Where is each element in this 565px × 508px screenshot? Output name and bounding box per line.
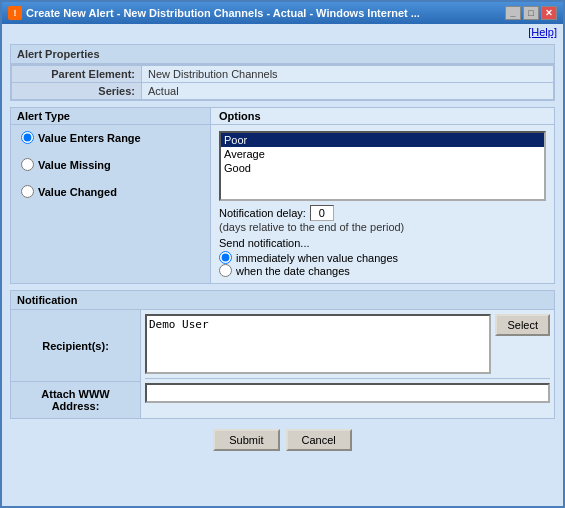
value-changed-radio[interactable] — [21, 185, 34, 198]
alert-type-section: Alert Type Options Value Enters Range — [10, 107, 555, 284]
options-header: Options — [211, 108, 554, 125]
title-bar-left: ! Create New Alert - New Distribution Ch… — [8, 6, 420, 20]
recipients-row: Demo User Select — [145, 314, 550, 379]
notification-body: Recipient(s): Attach WWW Address: Demo U… — [11, 310, 554, 418]
alert-type-left: Value Enters Range Value Missing Value C… — [11, 125, 211, 283]
value-changed-row: Value Changed — [21, 185, 200, 198]
properties-table: Parent Element: New Distribution Channel… — [11, 65, 554, 100]
series-value: Actual — [142, 83, 554, 100]
send-notification-label: Send notification... — [219, 237, 546, 249]
option-average[interactable]: Average — [221, 147, 544, 161]
value-changed-label: Value Changed — [38, 186, 117, 198]
options-listbox[interactable]: Poor Average Good — [219, 131, 546, 201]
alert-type-title-row: Alert Type Options — [11, 108, 554, 125]
notification-outer: Notification Recipient(s): Attach WWW Ad… — [10, 290, 555, 419]
when-date-option: when the date changes — [219, 264, 546, 277]
value-missing-label: Value Missing — [38, 159, 111, 171]
send-notification-section: Send notification... immediately when va… — [219, 237, 546, 277]
parent-element-row: Parent Element: New Distribution Channel… — [12, 66, 554, 83]
series-row: Series: Actual — [12, 83, 554, 100]
value-missing-row: Value Missing — [21, 158, 200, 171]
alert-properties-body: Parent Element: New Distribution Channel… — [10, 64, 555, 101]
value-enters-range-radio[interactable] — [21, 131, 34, 144]
minimize-button[interactable]: _ — [505, 6, 521, 20]
when-date-label: when the date changes — [236, 265, 350, 277]
series-label: Series: — [12, 83, 142, 100]
attach-www-label: Attach WWW Address: — [11, 382, 140, 418]
notification-right: Demo User Select — [141, 310, 554, 418]
www-address-input[interactable] — [145, 383, 550, 403]
cancel-button[interactable]: Cancel — [286, 429, 352, 451]
alert-properties-header: Alert Properties — [10, 44, 555, 64]
submit-button[interactable]: Submit — [213, 429, 279, 451]
main-window: ! Create New Alert - New Distribution Ch… — [0, 0, 565, 508]
window-title: Create New Alert - New Distribution Chan… — [26, 7, 420, 19]
alert-type-body: Value Enters Range Value Missing Value C… — [11, 125, 554, 283]
window-icon: ! — [8, 6, 22, 20]
parent-element-label: Parent Element: — [12, 66, 142, 83]
notification-section: Notification Recipient(s): Attach WWW Ad… — [10, 290, 555, 419]
title-bar: ! Create New Alert - New Distribution Ch… — [2, 2, 563, 24]
notification-left: Recipient(s): Attach WWW Address: — [11, 310, 141, 418]
recipients-textarea[interactable]: Demo User — [145, 314, 491, 374]
recipients-label: Recipient(s): — [11, 310, 140, 382]
alert-type-header: Alert Type — [11, 108, 211, 125]
alert-properties-section: Alert Properties Parent Element: New Dis… — [10, 44, 555, 101]
immediately-label: immediately when value changes — [236, 252, 398, 264]
immediately-option: immediately when value changes — [219, 251, 546, 264]
value-enters-range-row: Value Enters Range — [21, 131, 200, 144]
value-enters-range-label: Value Enters Range — [38, 132, 141, 144]
restore-button[interactable]: □ — [523, 6, 539, 20]
close-button[interactable]: ✕ — [541, 6, 557, 20]
parent-element-value: New Distribution Channels — [142, 66, 554, 83]
www-row — [145, 383, 550, 403]
notification-header: Notification — [11, 291, 554, 310]
notification-delay-input[interactable] — [310, 205, 334, 221]
alert-type-right: Poor Average Good Notification delay: (d… — [211, 125, 554, 283]
bottom-buttons: Submit Cancel — [10, 425, 555, 455]
option-poor[interactable]: Poor — [221, 133, 544, 147]
value-missing-radio[interactable] — [21, 158, 34, 171]
title-controls: _ □ ✕ — [505, 6, 557, 20]
main-content: Alert Properties Parent Element: New Dis… — [2, 40, 563, 506]
immediately-radio[interactable] — [219, 251, 232, 264]
notification-delay-suffix: (days relative to the end of the period) — [219, 221, 546, 233]
when-date-radio[interactable] — [219, 264, 232, 277]
alert-type-outer: Alert Type Options Value Enters Range — [10, 107, 555, 284]
select-button[interactable]: Select — [495, 314, 550, 336]
help-link[interactable]: [Help] — [2, 24, 563, 40]
notification-delay-row: Notification delay: — [219, 205, 546, 221]
notification-delay-prefix: Notification delay: — [219, 207, 306, 219]
option-good[interactable]: Good — [221, 161, 544, 175]
